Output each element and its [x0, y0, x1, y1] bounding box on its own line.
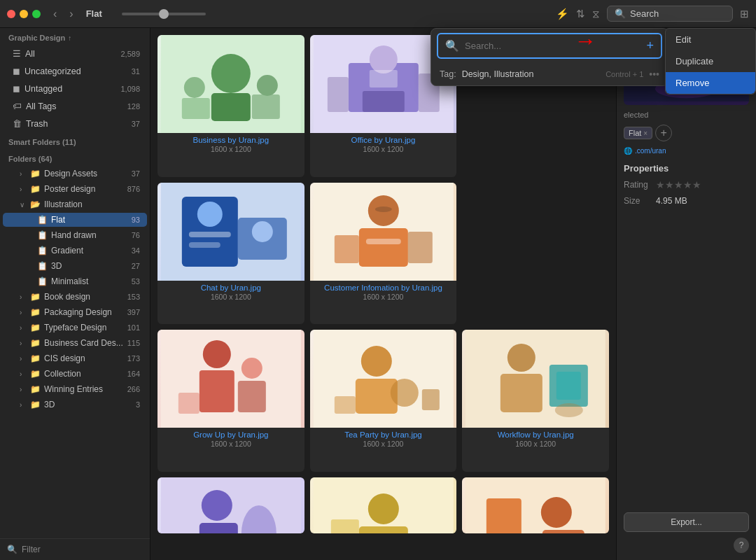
sidebar-item-business-card[interactable]: › 📁 Business Card Des... 115: [3, 336, 147, 350]
sidebar-section-header: Graphic Design ↑: [0, 28, 150, 45]
properties-header: Properties: [624, 163, 749, 174]
svg-point-41: [507, 344, 536, 372]
svg-rect-4: [252, 94, 280, 119]
main-layout: Graphic Design ↑ ☰ All 2,589 ◼ Uncategor…: [0, 28, 756, 560]
rating-stars[interactable]: ★★★★★: [656, 179, 701, 190]
nav-forward[interactable]: ›: [69, 8, 73, 20]
bolt-icon[interactable]: ⚡: [556, 8, 569, 20]
svg-rect-24: [334, 235, 358, 263]
sidebar-item-untagged[interactable]: ◼ Untagged 1,098: [3, 80, 147, 97]
right-url[interactable]: 🌐 .com/uran: [624, 147, 749, 155]
image-card-3[interactable]: Customer Infomation by Uran.jpg 1600 x 1…: [310, 183, 457, 325]
svg-rect-11: [327, 77, 348, 112]
sidebar-filter[interactable]: 🔍 Filter: [0, 538, 150, 560]
svg-point-27: [374, 206, 391, 212]
sidebar-item-flat[interactable]: 📋 Flat 93: [3, 213, 147, 227]
image-label-3: Customer Infomation by Uran.jpg: [310, 281, 457, 293]
svg-rect-2: [211, 93, 251, 121]
image-card-0[interactable]: Business by Uran.jpg 1600 x 1200: [158, 35, 304, 177]
zoom-slider[interactable]: [122, 13, 206, 15]
sidebar-item-3d-2[interactable]: › 📁 3D 3: [3, 398, 147, 412]
sidebar-item-collection[interactable]: › 📁 Collection 164: [3, 367, 147, 381]
folder-minimalist-count: 53: [132, 277, 140, 286]
svg-rect-52: [358, 526, 407, 533]
svg-point-45: [555, 403, 583, 417]
sidebar-item-hand-drawn[interactable]: 📋 Hand drawn 76: [3, 228, 147, 242]
sort-icon[interactable]: ⇅: [576, 8, 585, 20]
image-card-2[interactable]: Chat by Uran.jpg 1600 x 1200: [158, 183, 304, 325]
folder-packaging-icon: 📁: [30, 307, 41, 317]
sidebar-item-all-tags[interactable]: 🏷 All Tags 128: [3, 98, 147, 114]
image-thumb-3: [310, 183, 457, 281]
search-bar-top[interactable]: 🔍 Search: [607, 6, 733, 22]
folder-cis-icon: 📁: [30, 354, 41, 363]
sidebar-item-trash[interactable]: 🗑 Trash 37: [3, 115, 147, 132]
folder-gradient-icon: 📋: [37, 246, 48, 255]
image-size-4: 1600 x 1200: [158, 440, 304, 451]
image-card-9[interactable]: [462, 477, 609, 533]
image-card-4[interactable]: Grow Up by Uran.jpg 1600 x 1200: [158, 330, 304, 472]
folder-typeface-count: 101: [127, 323, 140, 332]
minimize-button[interactable]: [20, 10, 28, 18]
image-thumb-4: [158, 330, 304, 428]
url-icon: 🌐: [624, 147, 632, 155]
sidebar-item-illustration[interactable]: ∨ 📂 Illustration: [3, 197, 147, 211]
chevron-poster: ›: [20, 186, 27, 193]
folder-winning-label: Winning Entries: [44, 384, 124, 394]
tag-chip-flat[interactable]: Flat ×: [624, 127, 652, 139]
sidebar-item-gradient[interactable]: 📋 Gradient 34: [3, 244, 147, 258]
sidebar-item-typeface[interactable]: › 📁 Typeface Design 101: [3, 321, 147, 335]
sidebar-item-book-design[interactable]: › 📁 Book design 153: [3, 290, 147, 304]
svg-rect-25: [407, 232, 432, 263]
all-tags-icon: 🏷: [13, 101, 22, 111]
image-size-0: 1600 x 1200: [158, 145, 304, 157]
sidebar-item-uncategorized[interactable]: ◼ Uncategorized 31: [3, 63, 147, 79]
svg-point-29: [203, 340, 231, 368]
folder-minimalist-icon: 📋: [37, 276, 48, 286]
svg-rect-12: [418, 74, 439, 112]
svg-point-6: [257, 75, 278, 96]
size-label: Size: [624, 196, 652, 206]
svg-point-31: [241, 358, 262, 379]
help-button[interactable]: ?: [734, 538, 749, 553]
window-title: Flat: [86, 8, 102, 19]
rating-label: Rating: [624, 180, 652, 190]
folder-illustration-label: Illustration: [44, 200, 136, 209]
folder-3d-2-label: 3D: [44, 400, 132, 410]
sidebar-item-packaging[interactable]: › 📁 Packaging Design 397: [3, 305, 147, 319]
sidebar-item-minimalist[interactable]: 📋 Minimalist 53: [3, 274, 147, 288]
filter-icon: 🔍: [7, 545, 18, 554]
image-card-1[interactable]: Office by Uran.jpg 1600 x 1200: [310, 35, 457, 177]
filter-icon[interactable]: ⧖: [592, 8, 600, 20]
sidebar-toggle-icon[interactable]: ⊞: [740, 8, 749, 20]
image-card-5[interactable]: Tea Party by Uran.jpg 1600 x 1200: [310, 330, 457, 472]
sidebar-item-winning[interactable]: › 📁 Winning Entries 266: [3, 382, 147, 396]
folder-minimalist-label: Minimalist: [51, 276, 128, 286]
folder-gradient-count: 34: [132, 246, 140, 255]
export-button[interactable]: Export...: [624, 512, 749, 532]
close-button[interactable]: [7, 10, 15, 18]
size-row: Size 4.95 MB: [624, 196, 749, 206]
sidebar-item-poster-design[interactable]: › 📁 Poster design 876: [3, 182, 147, 196]
nav-back[interactable]: ‹: [53, 8, 57, 20]
svg-point-9: [369, 46, 397, 74]
chevron-illustration: ∨: [20, 201, 27, 209]
selected-label: elected: [624, 111, 749, 119]
image-card-7[interactable]: [158, 477, 304, 533]
image-card-8[interactable]: [310, 477, 457, 533]
folder-business-card-label: Business Card Des...: [44, 338, 124, 348]
svg-point-16: [197, 202, 223, 227]
sidebar-item-all[interactable]: ☰ All 2,589: [3, 46, 147, 62]
add-tag-button[interactable]: +: [655, 125, 672, 141]
image-card-6[interactable]: Workflow by Uran.jpg 1600 x 1200: [462, 330, 609, 472]
sidebar-item-3d[interactable]: 📋 3D 27: [3, 259, 147, 273]
maximize-button[interactable]: [32, 10, 41, 18]
svg-rect-13: [369, 70, 397, 88]
titlebar: ‹ › Flat ⚡ ⇅ ⧖ 🔍 Search ⊞: [0, 0, 756, 28]
tag-flat-remove[interactable]: ×: [643, 130, 648, 137]
filter-label: Filter: [22, 545, 41, 554]
sort-section-icon[interactable]: ↑: [68, 34, 71, 42]
content-area: Business by Uran.jpg 1600 x 1200 Offic: [150, 28, 616, 560]
sidebar-item-cis[interactable]: › 📁 CIS design 173: [3, 351, 147, 365]
sidebar-item-design-assets[interactable]: › 📁 Design Assets 37: [3, 167, 147, 181]
